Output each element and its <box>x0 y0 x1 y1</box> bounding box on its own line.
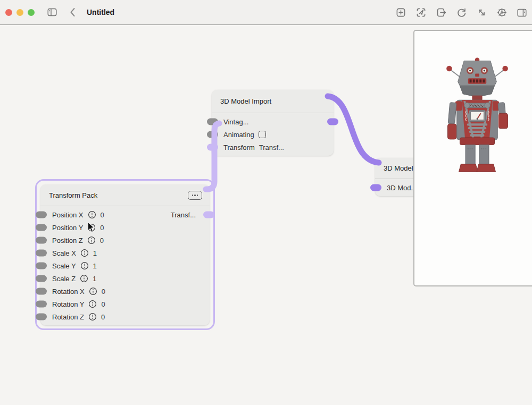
navigate-select-button[interactable] <box>413 5 429 21</box>
wire-model-to-render[interactable] <box>328 96 379 163</box>
value-scrubber-icon[interactable] <box>88 210 96 219</box>
add-node-button[interactable] <box>393 5 409 21</box>
input-port[interactable] <box>36 275 47 282</box>
gear-icon <box>496 7 508 18</box>
input-port[interactable] <box>36 237 47 244</box>
row-value[interactable]: 1 <box>93 249 97 257</box>
output-port[interactable] <box>327 119 338 125</box>
row-value[interactable]: 0 <box>100 237 104 244</box>
row-value[interactable]: 0 <box>101 211 104 219</box>
toolbar <box>393 0 530 25</box>
row-label: Position Y <box>52 224 83 232</box>
row-value[interactable]: 1 <box>93 275 96 283</box>
input-port[interactable] <box>36 250 47 257</box>
node-row-rotation-x[interactable]: Rotation X 0 <box>40 285 210 298</box>
node-row-position-y[interactable]: Position Y 0 <box>40 221 210 234</box>
value-scrubber-icon[interactable] <box>88 313 97 321</box>
node-row-scale-z[interactable]: Scale Z 1 <box>40 272 210 285</box>
node-row-transform[interactable]: Transform Transf... <box>212 141 334 154</box>
input-port[interactable] <box>36 212 47 218</box>
value-scrubber-icon[interactable] <box>80 261 89 270</box>
row-label: Rotation Y <box>52 300 84 308</box>
settings-button[interactable] <box>494 5 510 21</box>
row-label: Scale Y <box>52 262 76 270</box>
node-transform-pack[interactable]: Transform Pack Position X 0 Transf... Po… <box>40 184 210 325</box>
row-label: Animating <box>223 131 254 139</box>
value-scrubber-icon[interactable] <box>80 274 88 283</box>
row-label: Rotation Z <box>52 313 84 321</box>
row-label: Vintag... <box>223 118 248 126</box>
input-port[interactable] <box>36 288 47 295</box>
value-scrubber-icon[interactable] <box>87 236 96 244</box>
close-button[interactable] <box>5 9 12 16</box>
node-row-scale-x[interactable]: Scale X 1 <box>40 247 210 259</box>
window-title: Untitled <box>87 8 114 16</box>
row-label: 3D Mod... <box>387 184 417 192</box>
node-row-rotation-z[interactable]: Rotation Z 0 <box>40 310 210 323</box>
back-button[interactable] <box>64 4 80 20</box>
output-port[interactable] <box>203 212 214 218</box>
row-value[interactable]: 1 <box>93 262 97 270</box>
node-title: Transform Pack <box>49 191 97 199</box>
input-port[interactable] <box>36 224 47 231</box>
row-label: Scale X <box>52 249 76 257</box>
value-scrubber-icon[interactable] <box>80 249 89 257</box>
reload-button[interactable] <box>453 5 469 21</box>
row-label: Rotation X <box>52 288 85 296</box>
node-row-rotation-y[interactable]: Rotation Y 0 <box>40 298 210 310</box>
value-scrubber-icon[interactable] <box>87 223 96 232</box>
row-value[interactable]: 0 <box>101 313 105 321</box>
minimize-button[interactable] <box>16 9 23 16</box>
row-value[interactable]: 0 <box>101 300 105 308</box>
node-3d-model-import[interactable]: 3D Model Import Vintag... Animating Tran… <box>212 90 334 156</box>
input-port[interactable] <box>370 184 381 191</box>
traffic-lights <box>5 9 35 16</box>
node-title: 3D Model Import <box>212 90 334 113</box>
row-label: Position Z <box>52 237 83 244</box>
right-panel-toggle-button[interactable] <box>514 5 530 21</box>
robot-3d-preview <box>441 56 513 173</box>
input-port[interactable] <box>36 301 47 308</box>
diagonal-resize-icon <box>476 7 487 18</box>
node-menu-button[interactable] <box>188 191 202 200</box>
input-port[interactable] <box>207 131 218 138</box>
row-value[interactable]: 0 <box>100 224 104 232</box>
row-value[interactable]: 0 <box>102 288 105 296</box>
ellipsis-icon <box>192 195 193 196</box>
navigate-arrow-icon <box>415 7 427 18</box>
node-row-position-z[interactable]: Position Z 0 <box>40 234 210 247</box>
row-label: Scale Z <box>52 275 76 283</box>
node-row-animating[interactable]: Animating <box>212 128 334 141</box>
chevron-left-icon <box>70 7 76 17</box>
row-value: Transf... <box>259 144 284 151</box>
node-row-position-x[interactable]: Position X 0 Transf... <box>40 208 210 221</box>
input-port[interactable] <box>207 144 218 151</box>
zoom-button[interactable] <box>28 9 35 16</box>
node-editor-canvas[interactable]: 3D Model Import Vintag... Animating Tran… <box>0 25 532 404</box>
value-scrubber-icon[interactable] <box>88 300 97 308</box>
sidebar-toggle-button[interactable] <box>44 4 60 20</box>
node-row-scale-y[interactable]: Scale Y 1 <box>40 259 210 272</box>
export-icon <box>436 7 447 18</box>
sidebar-icon <box>46 6 58 18</box>
plus-square-icon <box>395 7 406 18</box>
preview-panel[interactable] <box>413 30 532 286</box>
input-port[interactable] <box>36 263 47 269</box>
expand-button[interactable] <box>473 5 489 21</box>
row-label: Position X <box>52 211 84 219</box>
node-row-model[interactable]: Vintag... <box>212 115 334 128</box>
input-port[interactable] <box>207 119 218 125</box>
export-button[interactable] <box>433 5 449 21</box>
reload-icon <box>456 7 467 18</box>
value-scrubber-icon[interactable] <box>89 287 97 296</box>
output-label: Transf... <box>171 211 196 219</box>
panel-right-icon <box>516 7 528 19</box>
input-port[interactable] <box>36 314 47 320</box>
titlebar: Untitled <box>0 0 532 25</box>
animating-checkbox[interactable] <box>259 131 266 138</box>
row-label: Transform <box>223 144 255 151</box>
